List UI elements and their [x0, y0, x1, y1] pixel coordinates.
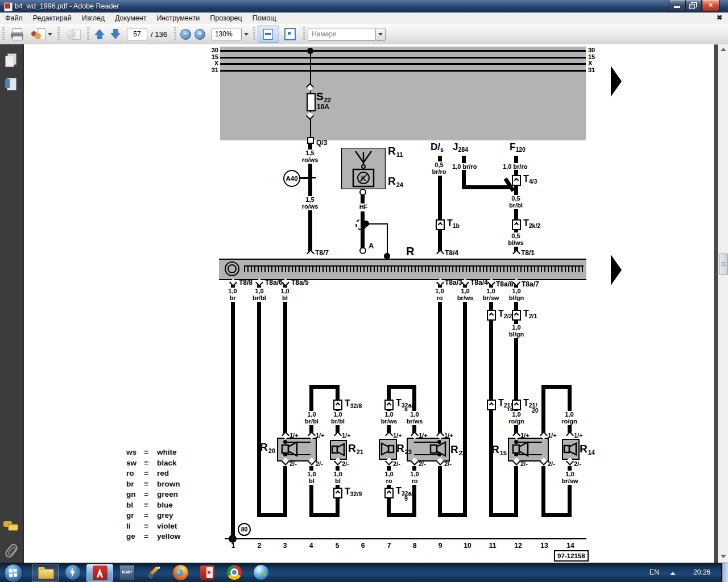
a40-connector: A40: [283, 170, 300, 187]
taskbar-firefox-button[interactable]: [168, 564, 193, 581]
down-arrow-icon: [110, 29, 121, 39]
menu-window[interactable]: Прозорец: [205, 13, 247, 23]
wire: [257, 282, 261, 517]
taskbar-adobe-reader-button[interactable]: [86, 564, 113, 582]
fit-page-button[interactable]: [279, 26, 301, 43]
grid-number: 9: [433, 542, 447, 550]
legend-row: ro=red: [126, 468, 180, 479]
taskbar-paint-button[interactable]: [141, 564, 167, 581]
wire: [438, 282, 442, 435]
menu-help[interactable]: Помощ: [247, 13, 282, 23]
close-pane-icon[interactable]: ✖: [717, 14, 722, 22]
speaker-icon: [331, 442, 346, 458]
taskbar-chrome-button[interactable]: [221, 564, 247, 581]
search-caret-button[interactable]: [376, 28, 386, 41]
legend-row: gn=green: [126, 489, 180, 500]
language-indicator[interactable]: EN: [650, 568, 659, 576]
toolbar-grip: [303, 27, 305, 41]
menu-tools[interactable]: Инструменти: [151, 13, 205, 23]
zoom-out-button[interactable]: −: [180, 29, 191, 40]
ds-label: D/s: [431, 143, 444, 152]
menu-view[interactable]: Изглед: [77, 13, 110, 23]
wire-color-legend: ws=white sw=black ro=red br=brown gn=gre…: [126, 447, 180, 542]
wire: [568, 385, 572, 435]
wire-label: 1,0ro: [401, 471, 428, 485]
title-bar: b4_wd_1996.pdf - Adobe Reader ×: [0, 0, 728, 13]
taskbar-utorrent-button[interactable]: [60, 564, 85, 581]
search-input[interactable]: Намери: [308, 28, 376, 41]
wire: [541, 466, 545, 517]
zoom-level-input[interactable]: 130%: [212, 28, 242, 40]
firefox-icon: [173, 565, 188, 580]
bus-label: 30: [204, 47, 218, 53]
caret-down-icon: [244, 33, 249, 36]
antenna-icon: K: [341, 148, 386, 189]
taskbar-media-app-button[interactable]: [195, 564, 220, 581]
zoom-caret-button[interactable]: [242, 26, 251, 43]
wire: [514, 466, 518, 517]
toolbar-grip: [87, 27, 89, 41]
plus-terminal-label: 1/+: [444, 432, 453, 439]
close-button[interactable]: ×: [702, 0, 719, 11]
hf-label: HF: [356, 203, 371, 211]
minus-terminal-label: 2/-: [289, 460, 297, 467]
comments-panel-icon[interactable]: [3, 521, 18, 533]
fuse-symbol: [307, 93, 316, 111]
bus-label: 30: [588, 47, 595, 53]
t1b-label: T1b: [447, 219, 460, 228]
wire-label: 1,0br/sw: [555, 471, 585, 485]
show-hidden-icons-arrow[interactable]: [670, 572, 676, 575]
pages-panel-icon[interactable]: [5, 53, 18, 67]
plus-terminal-label: 1/+: [548, 432, 557, 439]
show-desktop-button[interactable]: [721, 563, 728, 582]
next-page-button[interactable]: [107, 26, 123, 43]
toolbar-grip: [57, 27, 60, 41]
toolbar: 57 / 136 − + 130% Намери: [0, 24, 728, 45]
fit-width-button[interactable]: [258, 26, 279, 43]
attachments-panel-icon[interactable]: [7, 542, 16, 559]
page-number-input[interactable]: 57: [127, 28, 147, 40]
print-button[interactable]: [7, 26, 27, 43]
previous-page-button[interactable]: [92, 26, 107, 43]
scrollbar-thumb[interactable]: [719, 253, 728, 275]
vertical-scrollbar[interactable]: [718, 44, 728, 563]
wire: [309, 385, 313, 435]
menu-edit[interactable]: Редактирай: [28, 13, 77, 23]
menu-document[interactable]: Документ: [110, 13, 151, 23]
q3-terminal: [307, 137, 314, 144]
legend-row: br=brown: [126, 479, 180, 490]
continuation-arrow-icon: [611, 255, 622, 285]
scroll-down-icon[interactable]: [721, 555, 726, 558]
folder-icon: [38, 567, 53, 579]
restore-button[interactable]: [685, 0, 702, 11]
bus-line-31: [220, 70, 586, 72]
chrome-icon: [227, 565, 242, 580]
share-button[interactable]: [27, 26, 55, 43]
ground-80-symbol: 80: [238, 523, 251, 536]
toolbar-grip: [2, 27, 5, 41]
taskbar-kmplayer-button[interactable]: KMP: [114, 564, 140, 581]
clock[interactable]: 20:26: [689, 568, 714, 576]
wire-label: 1,0br/bl: [297, 411, 326, 425]
taskbar-explorer-button[interactable]: [32, 564, 59, 582]
wire: [309, 513, 340, 517]
send-for-review-button: [62, 26, 85, 43]
taskbar-google-earth-button[interactable]: [248, 564, 274, 581]
grid-number: 1: [226, 542, 240, 550]
legend-row: sw=black: [126, 458, 180, 469]
minimize-button[interactable]: [669, 0, 685, 11]
zoom-in-button[interactable]: +: [195, 29, 205, 40]
bus-label: X: [204, 60, 218, 66]
wire-label: 1,0ro: [425, 288, 454, 302]
toolbar-grip: [174, 27, 176, 41]
internal-jumper: [414, 454, 440, 455]
t43-label: T4/3: [523, 174, 537, 184]
menu-file[interactable]: Файл: [0, 13, 28, 23]
bus-label: 31: [204, 67, 218, 73]
start-button[interactable]: [4, 564, 23, 582]
scroll-up-icon[interactable]: [721, 48, 726, 51]
bookmarks-panel-icon[interactable]: [5, 78, 18, 92]
internal-jumper: [414, 442, 440, 443]
wire-label: 1,0bl: [324, 471, 351, 485]
r23-label: R23: [396, 443, 412, 455]
